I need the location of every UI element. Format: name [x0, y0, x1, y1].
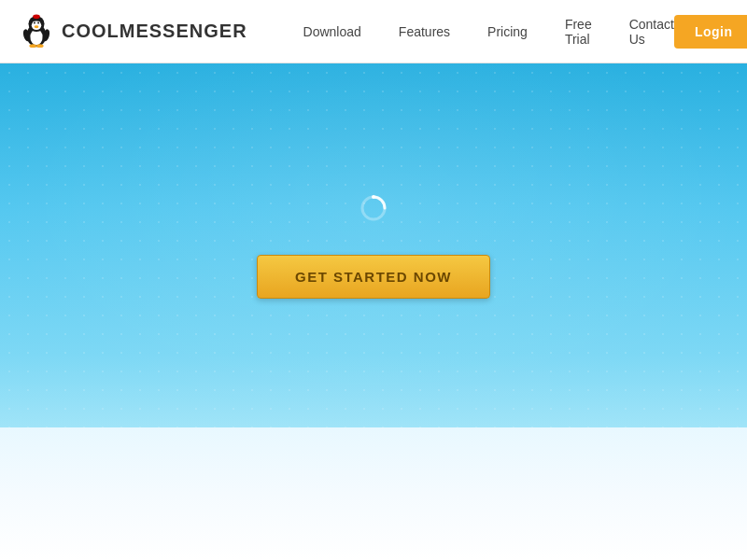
get-started-button[interactable]: GET STARTED NOW: [257, 255, 490, 299]
logo-icon: [19, 14, 54, 49]
logo-text: COOLMESSENGER: [62, 21, 247, 42]
bottom-section: [0, 427, 747, 560]
header: COOLMESSENGER Download Features Pricing …: [0, 0, 747, 63]
main-nav: Download Features Pricing Free Trial Con…: [303, 17, 674, 47]
nav-free-trial[interactable]: Free Trial: [565, 17, 592, 47]
svg-point-7: [37, 21, 39, 23]
nav-contact[interactable]: Contact Us: [629, 17, 674, 47]
spinner-container: [359, 193, 388, 227]
nav-features[interactable]: Features: [399, 24, 450, 39]
svg-point-13: [33, 14, 40, 19]
nav-pricing[interactable]: Pricing: [487, 24, 528, 39]
svg-point-11: [29, 44, 36, 48]
login-button[interactable]: Login: [674, 15, 747, 49]
svg-point-12: [36, 44, 44, 48]
loading-spinner: [359, 193, 388, 223]
nav-download[interactable]: Download: [303, 24, 361, 39]
svg-point-5: [34, 21, 35, 23]
logo-area: COOLMESSENGER: [19, 14, 247, 49]
svg-point-8: [35, 25, 39, 28]
svg-point-15: [372, 195, 375, 199]
hero-section: GET STARTED NOW: [0, 63, 747, 427]
